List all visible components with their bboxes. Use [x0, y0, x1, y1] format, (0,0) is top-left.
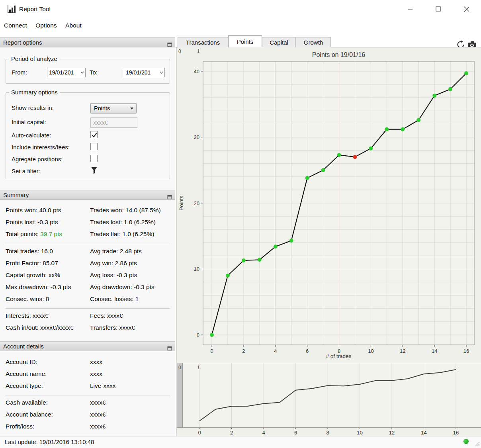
interests-stat: Interests: xxxx€	[6, 312, 49, 319]
transfers-stat: Transfers: xxxx€	[90, 324, 135, 331]
account-id-value: xxxx	[90, 358, 102, 366]
connection-status-dot	[463, 439, 469, 444]
svg-text:12: 12	[389, 430, 395, 436]
points-lost-stat: Points lost: -0.3 pts	[6, 219, 58, 226]
svg-text:1: 1	[197, 49, 200, 54]
tab-capital[interactable]: Capital	[262, 37, 296, 47]
points-chart-canvas[interactable]: 0246810121416010203040Points on 19/01/16…	[176, 47, 481, 363]
float-panel-icon[interactable]	[167, 344, 172, 349]
consec-losses-stat: Consec. losses: 1	[90, 295, 139, 303]
avg-trade-stat: Avg trade: 2.48 pts	[90, 248, 142, 255]
to-label: To:	[90, 69, 98, 76]
avg-drawdown-stat: Avg drawdown: -0.3 pts	[90, 284, 154, 291]
trades-lost-stat: Trades lost: 1.0 (6.25%)	[90, 219, 156, 226]
menu-options[interactable]: Options	[35, 18, 57, 33]
titlebar: Report Tool	[0, 0, 481, 18]
account-balance-label: Account balance:	[6, 411, 53, 418]
from-date-value: 19/01/201	[49, 68, 74, 77]
summary-header: Summary	[0, 190, 175, 200]
tab-growth[interactable]: Growth	[296, 37, 331, 47]
trades-flat-stat: Trades flat: 1.0 (6.25%)	[90, 231, 154, 238]
include-interests-checkbox[interactable]	[90, 143, 98, 150]
show-results-dropdown[interactable]: Points	[90, 103, 137, 113]
avg-win-stat: Avg win: 2.86 pts	[90, 260, 137, 267]
to-date-value: 19/01/201	[126, 68, 151, 77]
trades-won-stat: Trades won: 14.0 (87.5%)	[90, 207, 161, 214]
summary-row: Interests: xxxx€ Fees: xxxx€	[0, 312, 175, 320]
tabbar: Transactions Points Capital Growth	[176, 35, 481, 47]
summary-options-group-label: Summary options	[9, 89, 60, 96]
svg-text:1: 1	[197, 365, 200, 370]
total-points-stat: Total points: 39.7 pts	[6, 231, 62, 238]
svg-text:14: 14	[432, 348, 437, 354]
overview-range-chart[interactable]: 024681012141601	[176, 363, 481, 436]
show-results-label: Show results in:	[12, 104, 54, 111]
svg-text:6: 6	[306, 348, 309, 354]
cash-available-label: Cash available:	[6, 399, 48, 406]
account-id-label: Account ID:	[6, 358, 37, 366]
include-interests-label: Include interests/fees:	[12, 144, 70, 151]
profit-loss-label: Profit/loss:	[6, 423, 34, 430]
profit-loss-value: xxxx€	[90, 423, 106, 430]
auto-calculate-label: Auto-calculate:	[12, 132, 51, 139]
svg-text:2: 2	[242, 348, 245, 354]
svg-text:16: 16	[463, 348, 469, 354]
filter-funnel-icon[interactable]	[91, 166, 98, 176]
menubar: Connect Options About	[0, 18, 481, 35]
summary-row: Total points: 39.7 pts Trades flat: 1.0 …	[0, 231, 175, 239]
maximize-button[interactable]	[429, 0, 447, 18]
summary-title: Summary	[3, 192, 29, 198]
svg-text:12: 12	[400, 348, 405, 354]
to-date-combobox[interactable]: 19/01/201	[124, 68, 165, 77]
cash-in-out-stat: Cash in/out: xxxx€/xxxx€	[6, 324, 74, 331]
svg-text:0: 0	[178, 49, 181, 54]
summary-row: Max drawdown: -0.3 pts Avg drawdown: -0.…	[0, 284, 175, 291]
close-button[interactable]	[458, 0, 475, 18]
points-won-stat: Points won: 40.0 pts	[6, 207, 61, 214]
report-options-title: Report options	[3, 39, 42, 46]
summary-row: Profit Factor: 85.07 Avg win: 2.86 pts	[0, 260, 175, 268]
from-label: From:	[12, 69, 27, 76]
svg-text:Points on 19/01/16: Points on 19/01/16	[312, 51, 366, 58]
from-date-combobox[interactable]: 19/01/201	[47, 68, 86, 77]
auto-calculate-checkbox[interactable]	[90, 131, 98, 138]
minimize-button[interactable]	[401, 0, 419, 18]
svg-text:10: 10	[357, 430, 362, 436]
menu-about[interactable]: About	[65, 18, 82, 33]
initial-capital-field	[90, 117, 137, 128]
svg-text:8: 8	[326, 430, 329, 436]
svg-text:16: 16	[453, 430, 459, 436]
tab-points[interactable]: Points	[228, 35, 262, 47]
summary-row: Points won: 40.0 pts Trades won: 14.0 (8…	[0, 207, 175, 215]
report-options-header: Report options	[0, 37, 175, 47]
window-resize-grip[interactable]	[474, 441, 480, 446]
statusbar: Last update: 19/01/2016 13:10:48	[0, 436, 481, 448]
svg-text:40: 40	[194, 68, 199, 74]
summary-row: Total trades: 16.0 Avg trade: 2.48 pts	[0, 248, 175, 256]
capital-growth-stat: Capital growth: xx%	[6, 272, 60, 279]
summary-row: Capital growth: xx% Avg loss: -0.3 pts	[0, 272, 175, 280]
tab-transactions[interactable]: Transactions	[178, 37, 228, 47]
left-panel: Report options Period of analyze From: 1…	[0, 37, 175, 436]
float-panel-icon[interactable]	[167, 40, 172, 45]
avg-loss-stat: Avg loss: -0.3 pts	[90, 272, 137, 279]
dropdown-arrow-icon	[130, 108, 133, 110]
float-panel-icon[interactable]	[167, 193, 172, 198]
divider	[6, 308, 170, 309]
svg-text:Points: Points	[178, 196, 184, 211]
svg-text:2: 2	[230, 430, 233, 436]
svg-text:20: 20	[194, 200, 199, 206]
summary-row: Consec. wins: 8 Consec. losses: 1	[0, 295, 175, 303]
app-icon	[6, 4, 17, 14]
svg-text:0: 0	[198, 430, 201, 436]
account-name-value: xxxx	[90, 370, 102, 378]
svg-text:0: 0	[178, 365, 181, 370]
account-details-title: Account details	[3, 343, 44, 350]
agregate-positions-label: Agregate positions:	[12, 156, 63, 162]
period-group-label: Period of analyze	[9, 55, 59, 62]
menu-connect[interactable]: Connect	[4, 18, 27, 33]
account-details-header: Account details	[0, 341, 175, 351]
initial-capital-label: Initial capital:	[12, 119, 46, 125]
profit-factor-stat: Profit Factor: 85.07	[6, 260, 58, 267]
agregate-positions-checkbox[interactable]	[90, 155, 98, 162]
